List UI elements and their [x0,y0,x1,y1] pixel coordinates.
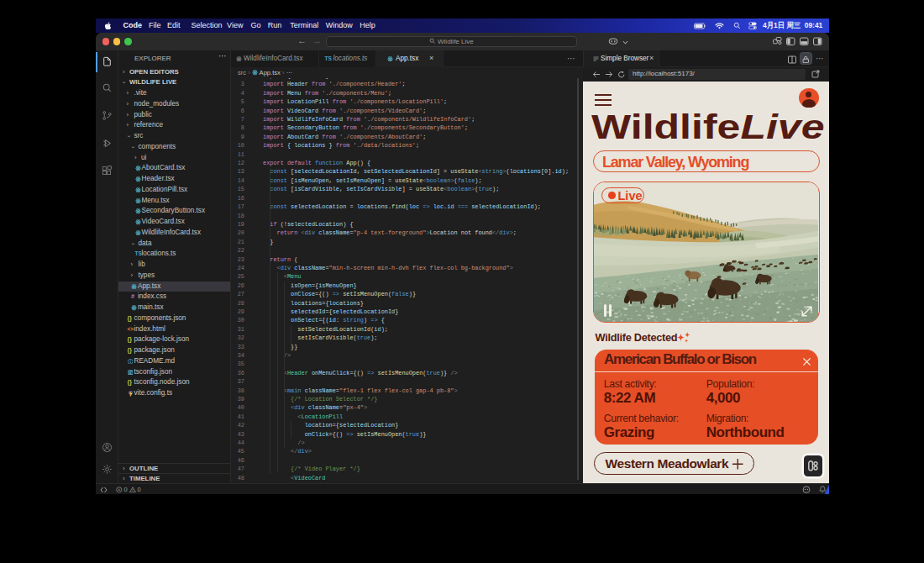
svg-text:TS: TS [128,371,132,375]
